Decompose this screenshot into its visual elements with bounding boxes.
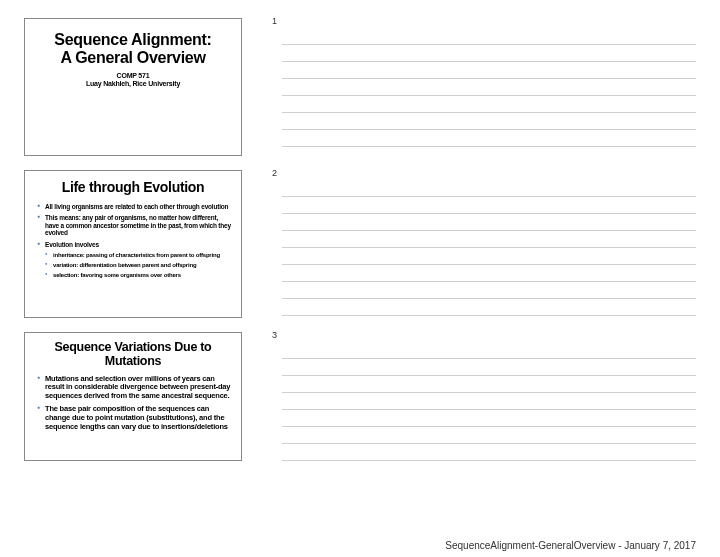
sub-bullet-item: variation: differentiation between paren… <box>37 262 231 269</box>
notes-area <box>282 170 696 318</box>
slide-number: 2 <box>272 168 277 178</box>
slide-row: Sequence Alignment: A General Overview C… <box>24 18 696 156</box>
slide-row: Life through Evolution All living organi… <box>24 170 696 318</box>
notes-area <box>282 18 696 156</box>
author-line: Luay Nakhleh, Rice University <box>35 80 231 87</box>
title-line-2: Mutations <box>105 354 161 368</box>
note-line <box>282 96 696 113</box>
note-line <box>282 130 696 147</box>
title-line-1: Sequence Alignment: <box>54 31 211 48</box>
bullet-item: Mutations and selection over millions of… <box>37 375 231 401</box>
bullet-item: All living organisms are related to each… <box>37 203 231 210</box>
note-line <box>282 248 696 265</box>
note-line <box>282 28 696 45</box>
slide-title: Sequence Variations Due to Mutations <box>35 341 231 369</box>
slide-title: Sequence Alignment: A General Overview <box>35 31 231 66</box>
note-line <box>282 342 696 359</box>
page-footer: SequenceAlignment-GeneralOverview - Janu… <box>445 540 696 551</box>
bullet-list: Mutations and selection over millions of… <box>35 375 231 432</box>
course-code: COMP 571 <box>35 72 231 79</box>
note-line <box>282 113 696 130</box>
note-line <box>282 180 696 197</box>
bullet-item: Evolution involves <box>37 241 231 248</box>
slide-2: Life through Evolution All living organi… <box>24 170 242 318</box>
bullet-list: All living organisms are related to each… <box>35 203 231 279</box>
sub-bullet-item: inheritance: passing of characteristics … <box>37 252 231 259</box>
note-line <box>282 410 696 427</box>
note-line <box>282 45 696 62</box>
sub-bullet-item: selection: favoring some organisms over … <box>37 272 231 279</box>
note-line <box>282 427 696 444</box>
note-line <box>282 197 696 214</box>
handout-page: Sequence Alignment: A General Overview C… <box>0 0 720 461</box>
note-line <box>282 359 696 376</box>
slide-number: 1 <box>272 16 277 26</box>
notes-area <box>282 332 696 461</box>
note-line <box>282 79 696 96</box>
slide-row: Sequence Variations Due to Mutations Mut… <box>24 332 696 461</box>
note-line <box>282 376 696 393</box>
note-line <box>282 444 696 461</box>
note-line <box>282 231 696 248</box>
slide-title: Life through Evolution <box>35 179 231 195</box>
title-line-2: A General Overview <box>60 49 205 66</box>
note-line <box>282 299 696 316</box>
note-line <box>282 62 696 79</box>
slide-3: Sequence Variations Due to Mutations Mut… <box>24 332 242 461</box>
title-line-1: Sequence Variations Due to <box>55 340 212 354</box>
note-line <box>282 282 696 299</box>
slide-1: Sequence Alignment: A General Overview C… <box>24 18 242 156</box>
bullet-item: The base pair composition of the sequenc… <box>37 405 231 431</box>
slide-number: 3 <box>272 330 277 340</box>
note-line <box>282 265 696 282</box>
bullet-item: This means: any pair of organisms, no ma… <box>37 214 231 236</box>
note-line <box>282 214 696 231</box>
note-line <box>282 393 696 410</box>
